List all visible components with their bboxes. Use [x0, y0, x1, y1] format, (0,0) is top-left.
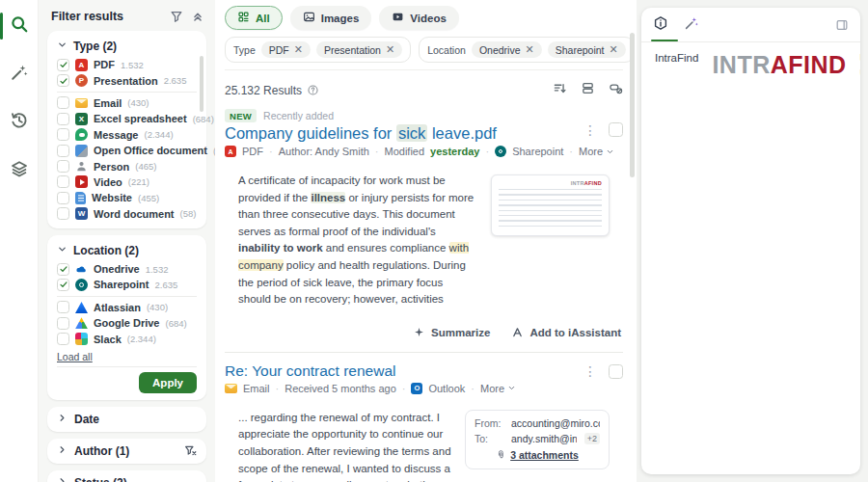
- nav-assistant-item[interactable]: [3, 58, 36, 91]
- share-settings-icon[interactable]: [609, 81, 623, 99]
- apply-button[interactable]: Apply: [139, 372, 197, 393]
- chip-onedrive[interactable]: Onedrive✕: [472, 41, 542, 58]
- info-hexagon-icon: [653, 15, 668, 35]
- presentation-checkbox-checked[interactable]: [57, 74, 69, 87]
- summarize-button[interactable]: Summarize: [413, 326, 490, 340]
- attachments-link[interactable]: 3 attachments: [475, 449, 600, 462]
- sharepoint-icon: [495, 146, 506, 157]
- filter-section-location: Location (2) Onedrive 1.532 Sharepoint 2…: [47, 235, 206, 400]
- collapse-all-icon[interactable]: [191, 10, 204, 23]
- status-section-label: Status (2): [74, 476, 127, 482]
- pdf-icon: A: [225, 146, 236, 157]
- filter-section-date[interactable]: Date: [47, 407, 206, 432]
- image-icon: [303, 11, 315, 25]
- filter-item-presentation[interactable]: P Presentation 2.635: [57, 72, 197, 88]
- filter-item-email[interactable]: Email (430): [57, 95, 197, 111]
- location-section-toggle[interactable]: Location (2): [57, 242, 197, 261]
- main-scrollbar[interactable]: [630, 33, 635, 177]
- card-view-icon[interactable]: [581, 81, 595, 99]
- result-item-1: NEW Recently added Company guidelines fo…: [225, 107, 623, 348]
- more-menu[interactable]: More: [579, 146, 614, 157]
- collapse-panel-icon[interactable]: [835, 18, 849, 40]
- close-icon[interactable]: ✕: [525, 44, 533, 55]
- right-panel-tabs: [641, 8, 860, 42]
- close-icon[interactable]: ✕: [610, 44, 618, 55]
- chip-pdf[interactable]: PDF✕: [261, 41, 311, 58]
- tab-assistant[interactable]: [684, 15, 699, 42]
- message-checkbox[interactable]: [57, 128, 69, 141]
- word-checkbox[interactable]: [57, 207, 69, 220]
- nav-collections-item[interactable]: [3, 154, 36, 187]
- close-icon[interactable]: ✕: [386, 44, 394, 55]
- more-menu[interactable]: More: [480, 383, 516, 394]
- openoffice-checkbox[interactable]: [57, 145, 69, 157]
- filter-item-message[interactable]: Message (2.344): [57, 127, 197, 143]
- nav-search-item[interactable]: [3, 10, 36, 42]
- tab-videos[interactable]: Videos: [379, 6, 459, 30]
- result-select-checkbox[interactable]: [609, 122, 623, 137]
- filter-item-onedrive[interactable]: Onedrive 1.532: [57, 261, 197, 277]
- powerpoint-icon: P: [75, 74, 88, 87]
- email-details-box: From: accounting@miro.com To: andy.smith…: [465, 410, 610, 469]
- filter-item-website[interactable]: Website (455): [57, 190, 197, 205]
- type-section-toggle[interactable]: Type (2): [57, 38, 197, 57]
- filter-item-openoffice[interactable]: Open Office document (31): [57, 143, 197, 158]
- excel-checkbox[interactable]: [57, 113, 69, 125]
- video-icon: [75, 175, 88, 188]
- sort-icon[interactable]: [553, 81, 567, 99]
- filter-item-word[interactable]: W Word document (58): [57, 206, 197, 222]
- tab-info[interactable]: [653, 15, 668, 42]
- divider: [57, 296, 197, 297]
- website-checkbox[interactable]: [57, 192, 69, 204]
- onedrive-checkbox-checked[interactable]: [57, 263, 69, 276]
- magic-wand-icon: [10, 63, 29, 86]
- slack-checkbox[interactable]: [57, 333, 69, 345]
- email-icon: [75, 98, 88, 108]
- chip-presentation[interactable]: Presentation✕: [316, 41, 402, 58]
- filter-section-status[interactable]: Status (2): [47, 470, 206, 482]
- word-icon: W: [75, 207, 88, 220]
- chip-group-type-label: Type: [233, 44, 256, 56]
- filter-item-excel[interactable]: X Excel spreadsheet (684): [57, 111, 197, 126]
- more-recipients-badge[interactable]: +2: [584, 433, 600, 444]
- person-icon: [75, 160, 88, 173]
- sharepoint-checkbox-checked[interactable]: [57, 279, 69, 291]
- nav-history-item[interactable]: [3, 106, 36, 139]
- recently-added-label: Recently added: [263, 110, 334, 121]
- filter-item-sharepoint[interactable]: Sharepoint 2.635: [57, 277, 197, 292]
- close-icon[interactable]: ✕: [294, 44, 303, 55]
- result-title-link[interactable]: Re: Your contract renewal: [225, 362, 623, 380]
- result-title-link[interactable]: Company guidelines for sick leave.pdf: [225, 124, 623, 143]
- active-tab-indicator: [651, 40, 678, 42]
- info-icon[interactable]: [307, 84, 319, 96]
- tab-images[interactable]: Images: [290, 6, 372, 30]
- add-to-iassistant-button[interactable]: Add to iAssistant: [511, 326, 621, 340]
- result-select-checkbox[interactable]: [609, 364, 623, 379]
- outlook-icon: O: [411, 383, 422, 394]
- chip-sharepoint[interactable]: Sharepoint✕: [548, 41, 626, 58]
- filter-item-pdf[interactable]: A PDF 1.532: [57, 57, 197, 72]
- funnel-icon[interactable]: [170, 10, 183, 23]
- person-checkbox[interactable]: [57, 160, 69, 173]
- video-checkbox[interactable]: [57, 175, 69, 188]
- pdf-checkbox-checked[interactable]: [57, 59, 69, 71]
- type-list-scrollbar[interactable]: [200, 56, 203, 112]
- chevron-right-icon: [57, 476, 68, 482]
- filter-item-video[interactable]: Video (221): [57, 174, 197, 190]
- filter-item-person[interactable]: Person (465): [57, 158, 197, 174]
- filter-item-atlassian[interactable]: Atlassian (430): [57, 300, 197, 315]
- filter-item-slack[interactable]: Slack (2.344): [57, 331, 197, 346]
- paperclip-icon: [496, 449, 506, 462]
- filter-section-author[interactable]: Author (1): [47, 439, 206, 464]
- email-checkbox[interactable]: [57, 96, 69, 109]
- document-preview-thumbnail[interactable]: INTRAFIND: [491, 174, 610, 236]
- load-all-link[interactable]: Load all: [57, 348, 93, 366]
- clear-author-filter-icon[interactable]: [184, 444, 197, 457]
- filter-section-type: Type (2) A PDF 1.532 P Presentation 2.63…: [47, 31, 206, 228]
- kebab-menu-icon[interactable]: ⋮: [583, 123, 597, 137]
- filter-item-googledrive[interactable]: Google Drive (684): [57, 315, 197, 331]
- googledrive-checkbox[interactable]: [57, 317, 69, 330]
- atlassian-checkbox[interactable]: [57, 301, 69, 313]
- tab-all[interactable]: All: [225, 6, 283, 30]
- kebab-menu-icon[interactable]: ⋮: [583, 364, 597, 378]
